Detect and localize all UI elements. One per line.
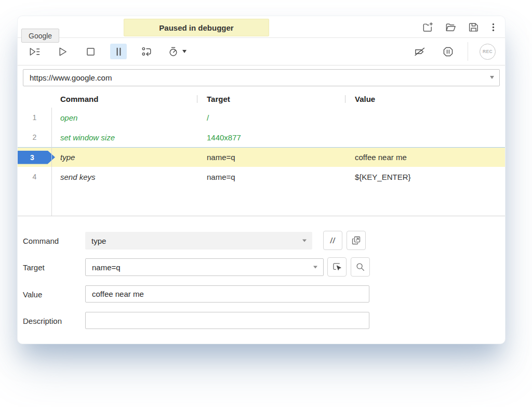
editor-target-row: Target name=q	[18, 258, 505, 278]
step-over-button[interactable]	[138, 44, 155, 59]
command-select[interactable]: type	[85, 232, 312, 250]
title-bar: Paused in debugger	[18, 16, 505, 38]
command-table-header: Command Target Value	[18, 90, 505, 108]
find-target-button[interactable]	[351, 257, 370, 277]
test-name-tab[interactable]: Google	[21, 29, 59, 43]
desktop-background: Paused in debugger	[0, 0, 532, 407]
row-value: ${KEY_ENTER}	[355, 173, 505, 181]
new-project-button[interactable]	[421, 20, 434, 34]
kebab-menu-icon	[487, 21, 499, 33]
stop-icon	[85, 46, 97, 58]
editor-value-row: Value	[18, 285, 505, 305]
command-select-value: type	[91, 237, 106, 245]
row-command: open	[51, 113, 207, 122]
table-row-3-current[interactable]: 3 type name=q coffee near me	[18, 147, 505, 167]
pause-button[interactable]	[110, 44, 127, 59]
run-all-icon	[29, 46, 41, 58]
playback-controls	[18, 44, 187, 59]
playback-toolbar: REC	[18, 38, 505, 65]
row-number: 4	[18, 173, 51, 181]
test-speed-control[interactable]	[166, 44, 187, 59]
url-dropdown-caret-icon	[490, 76, 494, 79]
column-header-value: Value	[355, 90, 375, 108]
value-input[interactable]	[85, 285, 369, 303]
select-target-in-page-button[interactable]	[327, 257, 347, 277]
column-divider	[345, 95, 345, 103]
column-header-command: Command	[60, 90, 98, 108]
command-table-body: 1 open / 2 set window size 1440x877 3 ty…	[18, 108, 505, 216]
row-target: name=q	[207, 153, 355, 162]
table-row-4[interactable]: 4 send keys name=q ${KEY_ENTER}	[18, 167, 505, 187]
comment-slashes-icon: //	[330, 237, 336, 245]
row-number: 1	[18, 113, 51, 122]
toolbar-divider	[468, 42, 468, 61]
disable-breakpoints-button[interactable]	[411, 44, 428, 59]
run-current-test-button[interactable]	[54, 44, 71, 59]
project-actions	[421, 16, 497, 38]
new-project-icon	[422, 21, 434, 33]
base-url-value: https://www.google.com	[30, 73, 112, 82]
description-input[interactable]	[85, 312, 369, 329]
current-step-number: 3	[30, 153, 34, 162]
open-project-icon	[445, 21, 457, 33]
save-project-icon	[468, 21, 480, 33]
current-step-badge: 3	[18, 151, 55, 164]
pause-icon	[113, 46, 125, 58]
editor-command-row: Command type //	[18, 232, 505, 251]
row-command: send keys	[51, 173, 207, 181]
row-target: name=q	[207, 173, 355, 181]
paused-in-debugger-banner: Paused in debugger	[124, 19, 269, 36]
target-select-caret-icon	[313, 266, 317, 269]
column-divider	[197, 95, 197, 103]
target-select[interactable]: name=q	[85, 258, 324, 276]
run-all-tests-button[interactable]	[26, 44, 43, 59]
row-number: 2	[18, 133, 51, 141]
banner-text: Paused in debugger	[159, 23, 233, 32]
row-number-divider	[51, 108, 52, 216]
record-label: REC	[483, 49, 493, 54]
row-target: /	[207, 113, 355, 122]
save-project-button[interactable]	[467, 20, 480, 34]
row-value: coffee near me	[355, 153, 505, 162]
target-select-value: name=q	[92, 263, 121, 272]
recorder-controls: REC	[411, 42, 505, 61]
base-url-combobox[interactable]: https://www.google.com	[23, 69, 500, 86]
selenium-ide-window: Paused in debugger	[17, 16, 506, 344]
open-project-button[interactable]	[444, 20, 457, 34]
stopwatch-icon	[166, 44, 180, 59]
record-button[interactable]: REC	[480, 44, 496, 60]
editor-description-row: Description	[18, 312, 505, 331]
play-icon	[57, 46, 69, 58]
toggle-comment-button[interactable]: //	[323, 231, 342, 250]
search-icon	[355, 261, 366, 272]
table-row-1[interactable]: 1 open /	[18, 108, 505, 127]
pause-octagon-icon	[442, 46, 454, 58]
external-window-icon	[351, 235, 362, 246]
stop-button[interactable]	[82, 44, 99, 59]
speed-dropdown-caret-icon	[182, 50, 187, 53]
test-name-label: Google	[29, 32, 52, 40]
more-options-button[interactable]	[489, 20, 497, 34]
open-in-new-window-button[interactable]	[347, 231, 366, 250]
url-bar-row: https://www.google.com	[18, 65, 505, 89]
value-label: Value	[23, 285, 84, 303]
row-command: set window size	[51, 133, 207, 142]
table-row-2[interactable]: 2 set window size 1440x877	[18, 127, 505, 147]
command-label: Command	[23, 232, 84, 250]
column-header-target: Target	[207, 90, 230, 108]
row-command: type	[51, 153, 207, 162]
step-over-icon	[141, 46, 153, 58]
description-label: Description	[23, 312, 84, 330]
command-select-caret-icon	[302, 240, 307, 242]
breakpoint-disabled-icon	[414, 46, 426, 58]
select-element-icon	[331, 261, 342, 272]
row-target: 1440x877	[207, 133, 355, 142]
target-label: Target	[23, 258, 84, 276]
pause-on-exceptions-button[interactable]	[440, 44, 456, 59]
